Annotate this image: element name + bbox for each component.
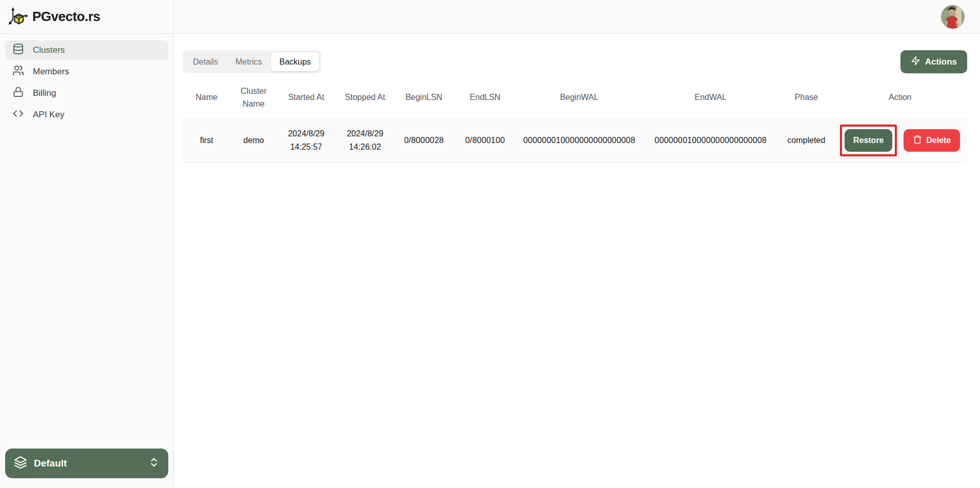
workspace-switcher-area: Default bbox=[0, 449, 173, 488]
restore-button[interactable]: Restore bbox=[845, 129, 892, 152]
restore-annotation-highlight: Restore bbox=[840, 125, 897, 156]
started-at-time: 14:25:57 bbox=[280, 140, 332, 154]
started-at-date: 2024/8/29 bbox=[280, 127, 332, 140]
app-root: PGvecto.rs Clusters bbox=[0, 0, 980, 488]
chevrons-up-down-icon bbox=[148, 457, 160, 471]
content-column: Details Metrics Backups Actions bbox=[174, 0, 980, 488]
pgvectors-logo-icon bbox=[8, 6, 29, 28]
actions-button[interactable]: Actions bbox=[900, 50, 967, 73]
topbar bbox=[174, 0, 980, 34]
delete-button-label: Delete bbox=[926, 136, 951, 145]
actions-button-label: Actions bbox=[925, 57, 957, 67]
sidebar: PGvecto.rs Clusters bbox=[0, 0, 174, 488]
sidebar-item-label: Billing bbox=[33, 88, 56, 98]
col-header-endwal: EndWAL bbox=[641, 77, 779, 118]
cell-stopped-at: 2024/8/29 14:26:02 bbox=[336, 118, 395, 162]
col-header-name: Name bbox=[183, 77, 230, 118]
sidebar-item-billing[interactable]: Billing bbox=[5, 84, 168, 103]
delete-button[interactable]: Delete bbox=[904, 129, 960, 152]
tab-list: Details Metrics Backups bbox=[183, 50, 321, 73]
sidebar-item-clusters[interactable]: Clusters bbox=[5, 40, 168, 60]
app-title: PGvecto.rs bbox=[32, 9, 100, 25]
cell-started-at: 2024/8/29 14:25:57 bbox=[277, 118, 336, 162]
sidebar-item-members[interactable]: Members bbox=[5, 62, 168, 82]
sidebar-logo: PGvecto.rs bbox=[0, 0, 173, 34]
col-header-started-at: Started At bbox=[277, 77, 336, 118]
cell-phase: completed bbox=[780, 118, 833, 162]
workspace-switcher[interactable]: Default bbox=[5, 449, 168, 478]
backups-table: Name Cluster Name Started At Stopped At … bbox=[183, 77, 967, 162]
col-header-beginwal: BeginWAL bbox=[517, 77, 641, 118]
cell-action: Restore bbox=[833, 118, 968, 162]
table-row: first demo 2024/8/29 14:25:57 2024/8/29 … bbox=[183, 118, 967, 162]
col-header-stopped-at: Stopped At bbox=[336, 77, 395, 118]
sidebar-item-label: API Key bbox=[33, 110, 64, 120]
trash-icon bbox=[913, 135, 922, 146]
tab-backups[interactable]: Backups bbox=[271, 52, 319, 71]
sidebar-item-label: Members bbox=[33, 67, 69, 77]
main-panel: Details Metrics Backups Actions bbox=[174, 34, 980, 488]
cell-endwal: 000000010000000000000008 bbox=[641, 118, 779, 162]
toolbar: Details Metrics Backups Actions bbox=[183, 50, 967, 73]
stopped-at-time: 14:26:02 bbox=[339, 140, 391, 154]
col-header-endlsn: EndLSN bbox=[453, 77, 517, 118]
cell-name: first bbox=[183, 118, 230, 162]
stopped-at-date: 2024/8/29 bbox=[339, 127, 391, 140]
col-header-beginlsn: BeginLSN bbox=[395, 77, 454, 118]
cell-endlsn: 0/8000100 bbox=[453, 118, 517, 162]
database-icon bbox=[12, 43, 24, 57]
user-avatar[interactable] bbox=[941, 5, 965, 29]
table-header-row: Name Cluster Name Started At Stopped At … bbox=[183, 77, 967, 118]
sidebar-item-label: Clusters bbox=[33, 45, 65, 55]
col-header-cluster-name: Cluster Name bbox=[230, 77, 277, 118]
col-header-phase: Phase bbox=[780, 77, 833, 118]
users-icon bbox=[12, 65, 24, 79]
workspace-label: Default bbox=[34, 458, 67, 469]
lock-icon bbox=[12, 86, 24, 100]
tab-metrics[interactable]: Metrics bbox=[227, 52, 270, 71]
sidebar-nav: Clusters Members bbox=[0, 34, 173, 131]
tab-details[interactable]: Details bbox=[185, 52, 226, 71]
cell-beginlsn: 0/8000028 bbox=[395, 118, 454, 162]
sidebar-item-api-key[interactable]: API Key bbox=[5, 105, 168, 125]
cell-beginwal: 000000010000000000000008 bbox=[517, 118, 641, 162]
cell-cluster-name: demo bbox=[230, 118, 277, 162]
layers-icon bbox=[14, 456, 27, 472]
col-header-action: Action bbox=[833, 77, 968, 118]
zap-icon bbox=[911, 56, 920, 68]
code-icon bbox=[12, 108, 24, 122]
